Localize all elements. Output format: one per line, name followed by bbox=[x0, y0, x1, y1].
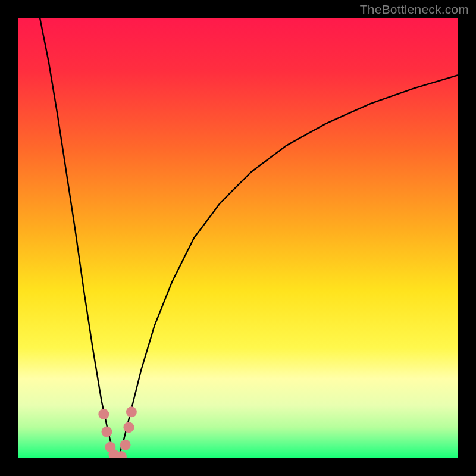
marker-dot bbox=[123, 422, 134, 433]
chart-frame: TheBottleneck.com bbox=[0, 0, 476, 476]
plot-area bbox=[18, 18, 458, 458]
marker-dot bbox=[120, 440, 131, 450]
marker-group bbox=[98, 406, 137, 458]
left-curve bbox=[40, 18, 118, 458]
curves-layer bbox=[18, 18, 458, 458]
marker-dot bbox=[126, 406, 137, 417]
watermark-text: TheBottleneck.com bbox=[360, 2, 469, 17]
marker-dot bbox=[101, 427, 112, 437]
marker-dot bbox=[98, 409, 109, 419]
right-curve bbox=[118, 75, 458, 458]
